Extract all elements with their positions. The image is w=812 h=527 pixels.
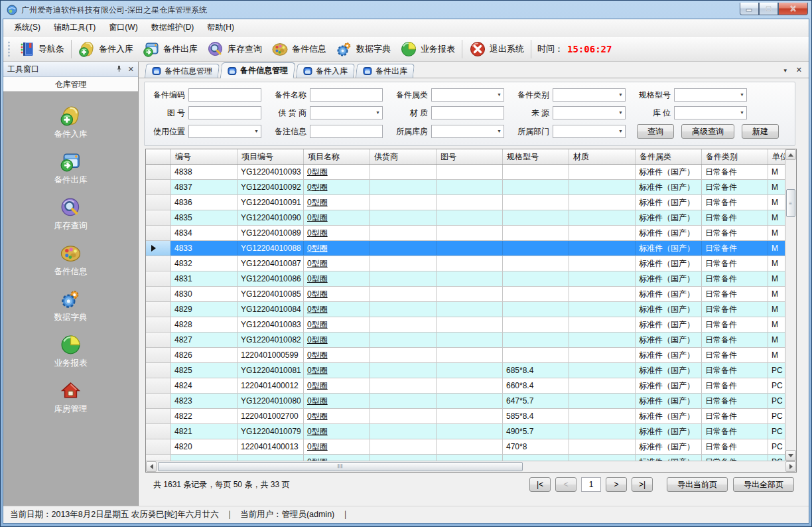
- table-row[interactable]: 4835YG122040100900型圈标准件（国产）日常备件M: [146, 210, 785, 226]
- table-cell: [437, 409, 503, 423]
- column-header-图号[interactable]: 图号: [437, 149, 503, 164]
- close-button[interactable]: [778, 3, 808, 15]
- scroll-up-button[interactable]: [785, 149, 796, 160]
- table-row[interactable]: 0型圈标准件（国产）日常备件PC: [146, 455, 785, 461]
- toolbar-button-数据字典[interactable]: 数据字典: [331, 38, 395, 60]
- table-cell: [569, 409, 636, 423]
- page-number-input[interactable]: [581, 477, 601, 492]
- toolbar-button-退出系统[interactable]: 退出系统: [464, 38, 529, 60]
- tab-备件出库[interactable]: 备件出库: [356, 64, 415, 78]
- field-input-图号[interactable]: [188, 106, 261, 119]
- last-page-button[interactable]: >|: [632, 477, 653, 492]
- table-row[interactable]: 4828YG122040100830型圈标准件（国产）日常备件M: [146, 317, 785, 333]
- column-header-单位[interactable]: 单位: [768, 149, 785, 164]
- menu-item[interactable]: 系统(S): [7, 19, 47, 36]
- sidebar-item-备件信息[interactable]: 备件信息: [21, 242, 121, 288]
- scroll-down-button[interactable]: [785, 450, 796, 461]
- pin-icon[interactable]: [115, 65, 123, 74]
- field-select-备件类别[interactable]: [553, 88, 626, 102]
- table-row[interactable]: 482412204014000120型圈660*8.4标准件（国产）日常备件PC: [146, 378, 785, 394]
- column-header-供货商[interactable]: 供货商: [370, 149, 437, 164]
- pager-bar: 共 1631 条记录，每页 50 条，共 33 页 |< < > >| 导出当前…: [139, 473, 809, 496]
- table-row[interactable]: 4831YG122040100860型圈标准件（国产）日常备件M: [146, 271, 785, 287]
- tab-close-icon[interactable]: [796, 65, 802, 74]
- table-row[interactable]: 482212204010027000型圈585*8.4标准件（国产）日常备件PC: [146, 409, 785, 424]
- field-select-所属部门[interactable]: [553, 125, 626, 138]
- tool-window-close-icon[interactable]: [128, 65, 134, 74]
- column-header-编号[interactable]: 编号: [171, 149, 237, 164]
- field-input-备注信息[interactable]: [310, 125, 383, 138]
- next-page-button[interactable]: >: [606, 477, 627, 492]
- sidebar-item-数据字典[interactable]: 数据字典: [21, 288, 121, 334]
- table-row[interactable]: 4834YG122040100890型圈标准件（国产）日常备件M: [146, 226, 785, 241]
- first-page-button[interactable]: |<: [529, 477, 551, 492]
- restore-button[interactable]: [759, 3, 778, 15]
- scroll-right-button[interactable]: [785, 461, 796, 472]
- column-header-备件类别[interactable]: 备件类别: [702, 149, 768, 164]
- minimize-button[interactable]: [740, 3, 759, 15]
- toolbar-button-备件出库[interactable]: 备件出库: [138, 38, 202, 60]
- table-cell: 1220401400012: [237, 378, 304, 393]
- table-cell: 标准件（国产）: [636, 317, 702, 332]
- table-row[interactable]: 4825YG122040100810型圈685*8.4标准件（国产）日常备件PC: [146, 363, 785, 378]
- scroll-left-button[interactable]: [146, 461, 157, 472]
- toolbar-button-业务报表[interactable]: 业务报表: [395, 38, 460, 60]
- tab-备件入库[interactable]: 备件入库: [296, 64, 355, 78]
- menu-item[interactable]: 辅助工具(T): [47, 19, 102, 36]
- column-header-项目编号[interactable]: 项目编号: [237, 149, 304, 164]
- table-row[interactable]: 4837YG122040100920型圈标准件（国产）日常备件M: [146, 180, 785, 195]
- field-select-来源[interactable]: [553, 106, 626, 119]
- button-查询[interactable]: 查询: [637, 124, 674, 139]
- export-current-page-button[interactable]: 导出当前页: [667, 477, 728, 492]
- menu-item[interactable]: 窗口(W): [102, 19, 144, 36]
- field-select-所属库房[interactable]: [431, 125, 504, 138]
- sidebar-item-库存查询[interactable]: 库存查询: [21, 196, 121, 242]
- table-row[interactable]: 4821YG122040100790型圈490*5.7标准件（国产）日常备件PC: [146, 424, 785, 439]
- menu-item[interactable]: 帮助(H): [200, 19, 241, 36]
- table-row[interactable]: 4833YG122040100880型圈标准件（国产）日常备件M: [146, 241, 785, 256]
- export-all-pages-button[interactable]: 导出全部页: [733, 477, 794, 492]
- table-cell: 0型圈: [304, 271, 370, 286]
- column-header-selector[interactable]: [146, 149, 171, 164]
- table-row[interactable]: 4829YG122040100840型圈标准件（国产）日常备件M: [146, 302, 785, 317]
- field-input-备件名称[interactable]: [310, 88, 383, 102]
- field-select-规格型号[interactable]: [674, 88, 747, 102]
- sidebar-item-备件入库[interactable]: 备件入库: [21, 105, 121, 151]
- toolbar-button-备件入库[interactable]: 备件入库: [74, 38, 138, 60]
- sidebar-item-业务报表[interactable]: 业务报表: [21, 334, 121, 380]
- column-header-备件属类[interactable]: 备件属类: [636, 149, 702, 164]
- tab-备件信息管理[interactable]: 备件信息管理: [220, 62, 296, 78]
- toolbar-button-备件信息[interactable]: 备件信息: [267, 38, 331, 60]
- table-row[interactable]: 4830YG122040100850型圈标准件（国产）日常备件M: [146, 287, 785, 302]
- field-input-材质[interactable]: [431, 106, 504, 119]
- table-row[interactable]: 4836YG122040100910型圈标准件（国产）日常备件M: [146, 195, 785, 210]
- tab-备件信息管理[interactable]: 备件信息管理: [145, 64, 220, 78]
- prev-page-button[interactable]: <: [555, 477, 576, 492]
- tab-list-chevron-down-icon[interactable]: [783, 65, 788, 74]
- toolbar-button-库存查询[interactable]: 库存查询: [202, 38, 267, 60]
- table-row[interactable]: 482012204014000130型圈470*8标准件（国产）日常备件PC: [146, 439, 785, 455]
- table-row[interactable]: 4838YG122040100930型圈标准件（国产）日常备件M: [146, 165, 785, 180]
- column-header-材质[interactable]: 材质: [569, 149, 636, 164]
- button-高级查询[interactable]: 高级查询: [681, 124, 734, 139]
- field-select-库位[interactable]: [674, 106, 747, 119]
- sidebar-item-库房管理[interactable]: 库房管理: [21, 380, 121, 425]
- column-header-项目名称[interactable]: 项目名称: [304, 149, 370, 164]
- button-新建[interactable]: 新建: [742, 124, 779, 139]
- field-input-备件编码[interactable]: [188, 88, 261, 102]
- table-row[interactable]: 4827YG122040100820型圈标准件（国产）日常备件M: [146, 333, 785, 348]
- table-row[interactable]: 4832YG122040100870型圈标准件（国产）日常备件M: [146, 256, 785, 271]
- toolbar-button-导航条[interactable]: 导航条: [13, 38, 69, 60]
- menu-item[interactable]: 数据维护(D): [145, 19, 201, 36]
- field-select-使用位置[interactable]: [188, 125, 261, 138]
- vertical-scrollbar-thumb[interactable]: ≡: [786, 189, 795, 217]
- table-row[interactable]: 482612204010005990型圈标准件（国产）日常备件M: [146, 348, 785, 363]
- table-row[interactable]: 4823YG122040100800型圈647*5.7标准件（国产）日常备件PC: [146, 394, 785, 409]
- field-select-备件属类[interactable]: [431, 88, 504, 102]
- sidebar-item-备件出库[interactable]: 备件出库: [21, 151, 121, 196]
- horizontal-scrollbar[interactable]: ⦀⦀: [146, 461, 796, 472]
- horizontal-scrollbar-thumb[interactable]: ⦀⦀: [158, 462, 523, 471]
- field-select-供货商[interactable]: [310, 106, 383, 119]
- column-header-规格型号[interactable]: 规格型号: [503, 149, 569, 164]
- vertical-scrollbar[interactable]: ≡: [785, 149, 796, 461]
